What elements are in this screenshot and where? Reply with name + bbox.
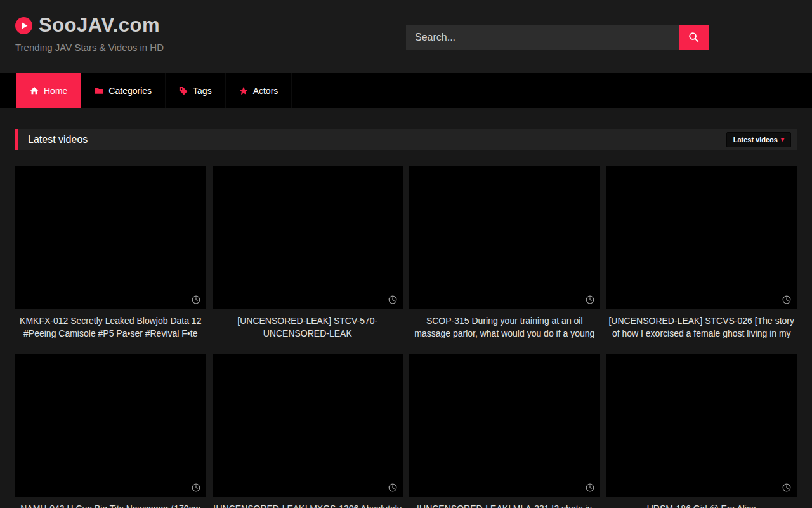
video-title: [UNCENSORED-LEAK] STCV-570-UNCENSORED-LE… <box>214 314 402 340</box>
video-card[interactable]: [UNCENSORED-LEAK] STCVS-026 [The story o… <box>606 166 797 354</box>
caret-down-icon: ▾ <box>781 137 784 143</box>
nav-item-categories[interactable]: Categories <box>81 73 166 108</box>
star-icon <box>239 86 248 95</box>
video-thumbnail <box>213 166 403 309</box>
video-thumbnail <box>409 354 600 497</box>
video-title: KMKFX-012 Secretly Leaked Blowjob Data 1… <box>16 314 205 340</box>
search-input[interactable] <box>406 25 679 50</box>
video-thumbnail <box>409 166 600 309</box>
nav-item-actors[interactable]: Actors <box>226 73 292 108</box>
video-card[interactable]: NAMH-043 H Cup Big Tits Newcomer (170cm … <box>15 354 206 508</box>
tag-icon <box>179 86 188 95</box>
clock-icon <box>782 483 791 492</box>
video-thumbnail <box>15 354 206 497</box>
section-header: Latest videos Latest videos ▾ <box>15 129 797 150</box>
folder-icon <box>95 86 103 95</box>
video-card[interactable]: [UNCENSORED-LEAK] STCV-570-UNCENSORED-LE… <box>213 166 403 354</box>
sort-dropdown-label: Latest videos <box>733 136 778 144</box>
search-form <box>406 25 709 50</box>
video-thumbnail <box>213 354 403 497</box>
video-card[interactable]: [UNCENSORED-LEAK] MLA-231 [3 shots in <box>409 354 600 508</box>
clock-icon <box>586 483 594 492</box>
search-button[interactable] <box>679 25 709 50</box>
nav-item-label: Home <box>44 86 67 96</box>
video-title: NAMH-043 H Cup Big Tits Newcomer (170cm … <box>16 502 205 508</box>
video-title: [UNCENSORED-LEAK] MXGS-1306 Absolutely <box>214 502 402 508</box>
sort-dropdown-button[interactable]: Latest videos ▾ <box>726 132 791 147</box>
video-title: URSM-186 Girl @ Era Alice <box>608 502 796 508</box>
clock-icon <box>388 483 397 492</box>
nav-item-tags[interactable]: Tags <box>166 73 226 108</box>
video-card[interactable]: [UNCENSORED-LEAK] MXGS-1306 Absolutely <box>213 354 403 508</box>
home-icon <box>30 86 39 95</box>
video-grid: KMKFX-012 Secretly Leaked Blowjob Data 1… <box>0 166 812 508</box>
video-thumbnail <box>606 166 797 309</box>
logo-link[interactable]: SooJAV.com <box>15 14 160 37</box>
play-icon <box>15 17 32 34</box>
video-thumbnail <box>606 354 797 497</box>
clock-icon <box>192 295 200 304</box>
main-content: Latest videos Latest videos ▾ KMKFX-012 … <box>0 129 812 508</box>
section-accent-bar <box>15 129 18 150</box>
main-nav: Home Categories Tags Actors <box>0 73 812 108</box>
clock-icon <box>388 295 397 304</box>
video-thumbnail <box>15 166 206 309</box>
video-card[interactable]: SCOP-315 During your training at an oil … <box>409 166 600 354</box>
video-card[interactable]: URSM-186 Girl @ Era Alice <box>606 354 797 508</box>
site-header: SooJAV.com Trending JAV Stars & Videos i… <box>0 0 812 73</box>
nav-item-label: Categories <box>108 86 152 96</box>
video-title: [UNCENSORED-LEAK] MLA-231 [3 shots in <box>410 502 599 508</box>
nav-item-label: Actors <box>253 86 278 96</box>
video-title: [UNCENSORED-LEAK] STCVS-026 [The story o… <box>608 314 796 340</box>
nav-item-home[interactable]: Home <box>16 73 81 108</box>
video-title: SCOP-315 During your training at an oil … <box>410 314 599 340</box>
video-card[interactable]: KMKFX-012 Secretly Leaked Blowjob Data 1… <box>15 166 206 354</box>
site-title: SooJAV.com <box>39 14 160 37</box>
section-title: Latest videos <box>28 134 88 145</box>
clock-icon <box>782 295 791 304</box>
clock-icon <box>192 483 200 492</box>
search-icon <box>688 32 699 43</box>
nav-item-label: Tags <box>193 86 212 96</box>
clock-icon <box>586 295 594 304</box>
